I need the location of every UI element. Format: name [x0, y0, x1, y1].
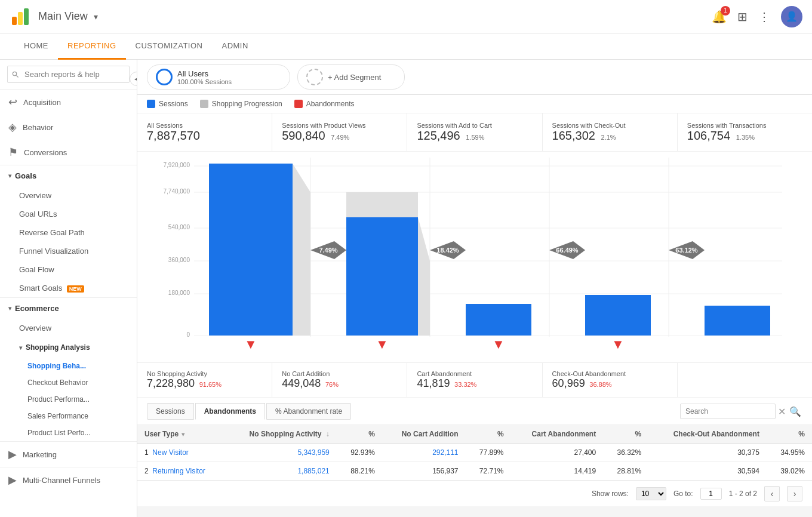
svg-rect-3	[24, 8, 29, 25]
conversions-icon: ⚑	[8, 146, 18, 159]
tab-abandonment-rate[interactable]: % Abandonment rate	[266, 403, 351, 420]
stat-value-1: 590,840	[282, 129, 325, 142]
tab-admin[interactable]: ADMIN	[212, 33, 257, 60]
abnd-value-row-2: 41,819 33.32%	[417, 377, 532, 390]
abnd-pct-0: 91.65%	[199, 381, 222, 388]
abnd-label-3: Check-Out Abandonment	[552, 370, 668, 377]
ecommerce-section-title[interactable]: ▾ Ecommerce	[0, 298, 137, 319]
add-segment-button[interactable]: + Add Segment	[297, 64, 405, 90]
stat-pct-2: 1.59%	[466, 134, 484, 141]
sidebar-item-label-conversions: Conversions	[24, 148, 67, 157]
sidebar-goals-overview[interactable]: Overview	[0, 186, 137, 205]
svg-text:63.12%: 63.12%	[675, 247, 698, 254]
svg-rect-2	[18, 12, 23, 25]
sidebar-funnel-visualization[interactable]: Funnel Visualization	[0, 242, 137, 260]
tab-sessions[interactable]: Sessions	[147, 403, 194, 420]
th-no-shopping[interactable]: No Shopping Activity ↓	[226, 425, 337, 444]
search-submit-button[interactable]: 🔍	[788, 405, 802, 418]
sidebar-ecommerce-overview[interactable]: Overview	[0, 319, 137, 337]
cell-user-type-1: 1 New Visitor	[137, 444, 226, 462]
active-segment-pill[interactable]: All Users 100.00% Sessions	[147, 64, 290, 90]
segment-name: All Users	[177, 69, 232, 78]
sidebar-multichannel[interactable]: ▶ Multi-Channel Funnels	[0, 467, 137, 493]
sidebar-checkout-behavior[interactable]: Checkout Behavior	[0, 374, 137, 391]
cell-no-shopping-pct-2: 88.21%	[337, 462, 382, 481]
sidebar-marketing[interactable]: ▶ Marketing	[0, 442, 137, 467]
prev-page-button[interactable]: ‹	[764, 486, 780, 501]
tab-customization[interactable]: CUSTOMIZATION	[126, 33, 213, 60]
cell-cart-abnd-1: 27,400	[511, 444, 604, 462]
marketing-arrow-icon: ▶	[8, 448, 17, 461]
notification-badge: 1	[721, 6, 730, 16]
goals-section-title[interactable]: ▾ Goals	[0, 165, 137, 186]
funnel-stat-transactions: Sessions with Transactions 106,754 1.35%	[678, 113, 812, 151]
bar-all-sessions	[209, 164, 293, 336]
sidebar-product-list-performance[interactable]: Product List Perfo...	[0, 424, 137, 441]
th-user-type[interactable]: User Type ▾	[137, 425, 226, 444]
sidebar-reverse-goal-path[interactable]: Reverse Goal Path	[0, 223, 137, 242]
view-dropdown-icon[interactable]: ▾	[94, 12, 98, 21]
svg-text:360,000: 360,000	[168, 257, 190, 263]
segment-circle-icon	[156, 69, 173, 85]
more-options-button[interactable]: ⋮	[758, 10, 770, 24]
apps-button[interactable]: ⊞	[737, 10, 748, 24]
sidebar-shopping-behavior[interactable]: Shopping Beha...	[0, 358, 137, 374]
sidebar-item-conversions[interactable]: ⚑ Conversions	[0, 140, 137, 165]
tab-reporting[interactable]: REPORTING	[58, 33, 126, 60]
sidebar-product-performance[interactable]: Product Performa...	[0, 391, 137, 408]
table-header-row: User Type ▾ No Shopping Activity ↓ % No …	[137, 425, 812, 444]
svg-text:7,740,000: 7,740,000	[164, 188, 190, 195]
table-search-input[interactable]	[680, 404, 776, 419]
abnd-pct-1: 76%	[325, 381, 339, 388]
red-arrow-3: ▼	[492, 337, 505, 352]
goto-input[interactable]	[700, 488, 722, 500]
notifications-button[interactable]: 🔔 1	[712, 10, 727, 24]
tab-abandonments[interactable]: Abandonments	[195, 403, 265, 420]
shopping-analysis-title[interactable]: ▾ Shopping Analysis	[0, 337, 137, 358]
abnd-value-row-3: 60,969 36.88%	[552, 377, 668, 390]
link-new-visitor[interactable]: New Visitor	[152, 448, 188, 457]
bar-transactions	[705, 306, 770, 336]
stat-value-0: 7,887,570	[147, 129, 200, 142]
sidebar-goals-urls[interactable]: Goal URLs	[0, 205, 137, 223]
th-no-cart-pct: %	[466, 425, 511, 444]
th-no-cart: No Cart Addition	[382, 425, 466, 444]
sidebar-item-label-behavior: Behavior	[23, 123, 53, 132]
tab-home[interactable]: HOME	[14, 33, 58, 60]
search-box	[0, 60, 137, 90]
stat-pct-4: 1.35%	[736, 134, 755, 141]
legend-abandonments: Abandonments	[294, 100, 355, 108]
add-segment-circle-icon	[306, 69, 323, 85]
sidebar-item-behavior[interactable]: ◈ Behavior	[0, 115, 137, 140]
link-returning-visitor[interactable]: Returning Visitor	[152, 467, 205, 475]
red-arrow-2: ▼	[376, 337, 389, 352]
stat-value-row-1: 590,840 7.49%	[282, 129, 397, 143]
acquisition-icon: ↩	[8, 96, 17, 109]
rows-per-page-select[interactable]: 10 25 50 100	[636, 487, 666, 500]
sidebar-smart-goals[interactable]: Smart Goals NEW	[0, 279, 137, 297]
stat-label-3: Sessions with Check-Out	[552, 122, 668, 129]
next-page-button[interactable]: ›	[787, 486, 802, 501]
goto-label: Go to:	[673, 490, 693, 498]
cell-user-type-2: 2 Returning Visitor	[137, 462, 226, 481]
search-input[interactable]	[7, 66, 130, 83]
th-checkout-abnd-pct: %	[767, 425, 812, 444]
search-clear-button[interactable]: ✕	[778, 406, 786, 417]
cell-no-shopping-1: 5,343,959	[226, 444, 337, 462]
avatar[interactable]: 👤	[781, 6, 802, 27]
cell-checkout-abnd-pct-2: 39.02%	[767, 462, 812, 481]
svg-text:7.49%: 7.49%	[319, 247, 337, 254]
legend-bar: Sessions Shopping Progression Abandonmen…	[137, 95, 812, 113]
abnd-no-cart: No Cart Addition 449,048 76%	[272, 363, 407, 397]
table-row: 1 New Visitor 5,343,959 92.93% 292,111 7…	[137, 444, 812, 462]
sidebar-goal-flow[interactable]: Goal Flow	[0, 260, 137, 279]
stat-value-row-3: 165,302 2.1%	[552, 129, 668, 143]
user-type-filter-icon[interactable]: ▾	[182, 431, 184, 438]
stat-value-4: 106,754	[687, 129, 730, 142]
sidebar-item-acquisition[interactable]: ↩ Acquisition	[0, 90, 137, 115]
sidebar-sales-performance[interactable]: Sales Performance	[0, 408, 137, 424]
abnd-value-2: 41,819	[417, 377, 450, 389]
top-bar-left: Main View ▾	[10, 6, 98, 27]
progression-2	[418, 217, 430, 336]
stat-value-row-2: 125,496 1.59%	[417, 129, 532, 143]
